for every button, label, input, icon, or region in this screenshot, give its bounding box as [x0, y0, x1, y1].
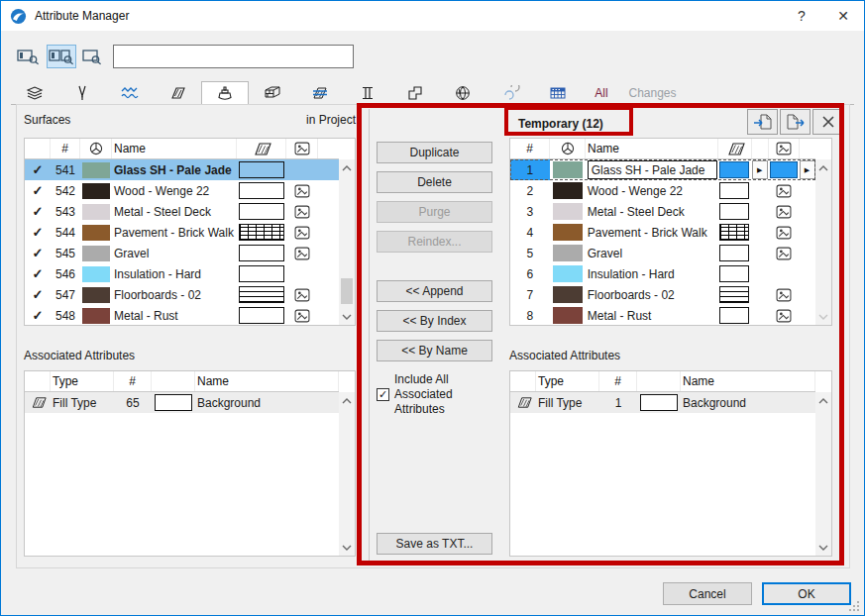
composites-icon — [263, 85, 282, 101]
surface-row-542[interactable]: ✓542Wood - Wenge 22 — [25, 180, 339, 201]
save-as-txt-button[interactable]: Save as TXT... — [377, 533, 492, 555]
window-close-button[interactable]: ✕ — [822, 1, 864, 31]
assoc-name: Background — [681, 392, 815, 413]
texture-picker-arrow-button[interactable]: ▶ — [800, 160, 815, 179]
building-materials-icon — [310, 85, 330, 101]
duplicate-button[interactable]: Duplicate — [377, 142, 492, 163]
tab-layers[interactable] — [11, 82, 58, 105]
resize-grip[interactable] — [849, 600, 860, 611]
attribute-name: Glass SH - Pale Jade — [112, 159, 237, 180]
assoc-header-name: Name — [681, 371, 815, 391]
cancel-button[interactable]: Cancel — [663, 582, 752, 605]
tab-composites[interactable] — [249, 82, 296, 105]
associated-attribute-row[interactable]: Fill Type65Background — [25, 392, 339, 413]
tab-zone-categories[interactable] — [391, 82, 439, 105]
attribute-index: 545 — [51, 243, 80, 263]
ok-button[interactable]: OK — [762, 582, 851, 605]
help-button[interactable]: ? — [781, 1, 822, 31]
scroll-up-icon[interactable] — [339, 160, 355, 175]
scroll-up-icon[interactable] — [339, 393, 355, 408]
tab-all-label: All — [595, 86, 607, 100]
surface-row-546[interactable]: ✓546Insulation - Hard — [25, 263, 339, 284]
tab-pens[interactable] — [58, 82, 106, 105]
save-attribute-file-button[interactable] — [780, 109, 811, 135]
temporary-row-7[interactable]: 7Floorboards - 02 — [510, 284, 815, 305]
search-input[interactable] — [113, 45, 354, 68]
left-table-scrollbar[interactable] — [339, 159, 355, 325]
append-button[interactable]: << Append — [377, 280, 492, 302]
tab-operation-profiles[interactable] — [534, 82, 582, 105]
temporary-row-4[interactable]: 4Pavement - Brick Walk — [510, 222, 815, 243]
delete-button[interactable]: Delete — [377, 171, 492, 193]
assoc-header-swatch — [152, 371, 195, 391]
temporary-row-6[interactable]: 6Insulation - Hard — [510, 263, 815, 284]
reindex-button[interactable]: Reindex... — [377, 231, 492, 253]
surface-row-543[interactable]: ✓543Metal - Steel Deck — [25, 201, 339, 222]
attribute-name: Gravel — [112, 243, 237, 263]
surface-row-545[interactable]: ✓545Gravel — [25, 243, 339, 263]
temporary-row-2[interactable]: 2Wood - Wenge 22 — [510, 180, 815, 201]
fill-type-icon — [25, 392, 51, 413]
scroll-down-icon[interactable] — [815, 309, 831, 324]
purge-button[interactable]: Purge — [377, 201, 492, 223]
temporary-row-5[interactable]: 5Gravel — [510, 243, 815, 263]
import-file-icon — [752, 113, 774, 131]
assoc-index: 65 — [114, 392, 152, 413]
zone-stamp-icon — [405, 85, 425, 101]
line-types-icon — [120, 85, 140, 101]
by-name-button[interactable]: << By Name — [377, 340, 492, 361]
temporary-row-3[interactable]: 3Metal - Steel Deck — [510, 201, 815, 222]
open-attribute-file-button[interactable] — [747, 109, 778, 135]
texture-icon — [286, 284, 318, 305]
assoc-left-scrollbar[interactable] — [339, 392, 355, 556]
scroll-up-icon[interactable] — [815, 393, 831, 408]
fill-preview — [717, 305, 751, 326]
attribute-index: 2 — [510, 180, 550, 201]
include-associated-checkbox[interactable]: ✓ — [377, 388, 389, 401]
by-index-button[interactable]: << By Index — [377, 310, 492, 332]
grid-table-icon — [548, 85, 568, 101]
assoc-right-scrollbar[interactable] — [815, 392, 831, 556]
assoc-header-type: Type — [51, 371, 114, 391]
fill-picker-arrow-button[interactable]: ▶ — [752, 160, 768, 179]
associated-right-title: Associated Attributes — [509, 349, 620, 362]
attribute-index: 546 — [51, 263, 80, 284]
fill-dropdown — [751, 243, 768, 263]
scroll-thumb[interactable] — [341, 278, 353, 304]
temporary-row-1[interactable]: 1Glass SH - Pale Jade▶▶ — [510, 159, 815, 180]
clear-temporary-button[interactable] — [812, 109, 843, 135]
scroll-down-icon[interactable] — [815, 540, 831, 555]
color-swatch — [550, 201, 586, 222]
tab-all[interactable]: All — [582, 82, 621, 105]
search-both-panels-button[interactable] — [47, 45, 76, 68]
tab-building-materials[interactable] — [296, 82, 344, 105]
temporary-row-8[interactable]: 8Metal - Rust — [510, 305, 815, 326]
fill-type-icon — [251, 143, 271, 155]
fill-type-icon — [724, 143, 745, 155]
surface-row-547[interactable]: ✓547Floorboards - 02 — [25, 284, 339, 305]
associated-attribute-row[interactable]: Fill Type1Background — [510, 392, 815, 413]
texture-icon — [286, 305, 318, 326]
search-left-panel-button[interactable] — [14, 45, 44, 68]
texture-dropdown — [799, 222, 815, 243]
archicad-logo-icon — [10, 8, 27, 25]
right-table-scrollbar[interactable] — [815, 159, 831, 325]
scroll-down-icon[interactable] — [339, 540, 355, 555]
row-filler — [318, 222, 339, 243]
tab-cities[interactable] — [439, 82, 487, 105]
tab-changes[interactable]: Changes — [621, 82, 684, 105]
name-edit-field[interactable]: Glass SH - Pale Jade — [588, 160, 718, 179]
search-right-panel-button[interactable] — [79, 45, 109, 68]
fill-preview — [237, 305, 286, 326]
export-file-icon — [785, 113, 807, 131]
tab-renovation[interactable] — [487, 82, 534, 105]
tab-surfaces[interactable] — [201, 81, 249, 105]
scroll-down-icon[interactable] — [339, 309, 355, 324]
surface-row-548[interactable]: ✓548Metal - Rust — [25, 305, 339, 326]
tab-line-types[interactable] — [106, 82, 154, 105]
surface-row-541[interactable]: ✓541Glass SH - Pale Jade — [25, 159, 339, 180]
tab-profiles[interactable] — [344, 82, 391, 105]
tab-fill-types[interactable] — [154, 82, 201, 105]
scroll-up-icon[interactable] — [815, 160, 831, 175]
surface-row-544[interactable]: ✓544Pavement - Brick Walk — [25, 222, 339, 243]
